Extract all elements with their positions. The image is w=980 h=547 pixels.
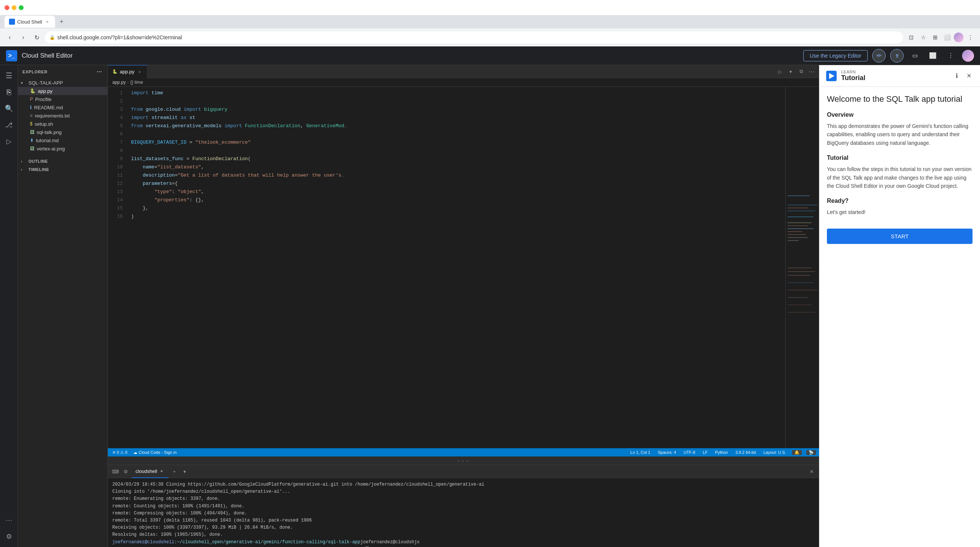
- sidebar-file-tutorial-md[interactable]: ⬇ tutorial.md: [18, 136, 107, 144]
- browser-tab[interactable]: Cloud Shell ×: [5, 16, 55, 28]
- preview-icon[interactable]: ▭: [908, 49, 922, 62]
- browser-titlebar: [0, 0, 980, 15]
- security-icon: 🔒: [49, 35, 55, 40]
- language-mode[interactable]: Python: [713, 450, 729, 455]
- reload-button[interactable]: ↻: [32, 32, 42, 43]
- code-line-7: BIGQUERY_DATASET_ID = "thelook_ecommerce…: [131, 138, 781, 147]
- sidebar-header-label: Explorer: [22, 70, 48, 74]
- activity-extensions-icon[interactable]: ⋯: [2, 512, 16, 528]
- cursor-position[interactable]: Ln 1, Col 1: [629, 450, 652, 455]
- tutorial-panel: LEARN Tutorial ℹ ✕ Welcome to the SQL Ta…: [819, 65, 980, 547]
- status-bar-left: ✕ 0 ⚠ 0 ☁ Cloud Code - Sign in: [111, 450, 178, 455]
- cloud-code-status[interactable]: ☁ Cloud Code - Sign in: [132, 450, 178, 455]
- code-line-16: ): [131, 212, 781, 221]
- python-version[interactable]: 3.9.2 64-bit: [734, 450, 757, 455]
- status-bar: ✕ 0 ⚠ 0 ☁ Cloud Code - Sign in Ln 1, Col…: [108, 448, 819, 457]
- menu-icon[interactable]: ⋮: [965, 32, 975, 43]
- terminal-tab-cloudshell[interactable]: cloudshell ×: [132, 465, 169, 478]
- more-icon[interactable]: ⋮: [944, 49, 958, 62]
- legacy-editor-button[interactable]: Use the Legacy Editor: [803, 50, 868, 61]
- terminal-tab-close[interactable]: ×: [159, 468, 165, 474]
- terminal-dropdown-button[interactable]: ▾: [180, 467, 189, 476]
- terminal-line-7: Receiving objects: 100% (3397/3397), 93.…: [112, 524, 815, 531]
- edit-icon[interactable]: ✏: [872, 49, 886, 62]
- terminal-line-4: remote: Counting objects: 100% (1491/149…: [112, 503, 815, 510]
- bookmark-icon[interactable]: ☆: [918, 32, 928, 43]
- svg-rect-13: [788, 271, 815, 272]
- indentation[interactable]: Spaces: 4: [656, 450, 678, 455]
- editor-tab-close-button[interactable]: ×: [137, 69, 143, 75]
- sidebar-outline-section[interactable]: › OUTLINE: [18, 157, 107, 165]
- error-count[interactable]: ✕ 0 ⚠ 0: [111, 450, 129, 455]
- tab-favicon: [9, 19, 15, 25]
- breadcrumb-file: app.py: [112, 80, 126, 85]
- sidebar-file-requirements[interactable]: ≡ requirements.txt: [18, 111, 107, 120]
- tab-close-button[interactable]: ×: [45, 19, 51, 25]
- activity-settings-icon[interactable]: ⚙: [2, 529, 16, 544]
- line-ending[interactable]: LF: [701, 450, 709, 455]
- run-dropdown-button[interactable]: ▾: [786, 67, 795, 76]
- browser-nav: ‹ › ↻ 🔒 shell.cloud.google.com/?pli=1&sh…: [0, 29, 980, 46]
- svg-rect-12: [788, 268, 811, 268]
- activity-search-icon[interactable]: 🔍: [2, 101, 16, 116]
- status-bar-right: Ln 1, Col 1 Spaces: 4 UTF-8 LF Python: [629, 450, 816, 455]
- new-terminal-button[interactable]: +: [170, 467, 179, 476]
- sidebar-file-app-py[interactable]: 🐍 app.py: [18, 87, 107, 95]
- cast-icon[interactable]: ⊡: [906, 32, 916, 43]
- terminal-settings-icon[interactable]: ⚙: [121, 467, 130, 476]
- svg-rect-18: [788, 304, 811, 305]
- activity-files-icon[interactable]: ⎘: [2, 84, 16, 100]
- forward-button[interactable]: ›: [18, 32, 29, 43]
- sidebar-timeline-section[interactable]: › TIMELINE: [18, 165, 107, 174]
- sidebar-more-icon[interactable]: ⋯: [95, 68, 103, 76]
- minimize-button[interactable]: [12, 5, 16, 10]
- activity-run-icon[interactable]: ▷: [2, 134, 16, 149]
- user-profile-avatar[interactable]: [962, 50, 974, 62]
- extension-icon[interactable]: ⊞: [930, 32, 940, 43]
- panel-resize-handle[interactable]: • • •: [108, 457, 819, 465]
- error-value: 0: [117, 450, 119, 455]
- sidebar-file-readme[interactable]: ℹ README.md: [18, 103, 107, 111]
- sidebar-tree: ▾ SQL-TALK-APP 🐍 app.py P Procfile ℹ REA…: [18, 79, 107, 547]
- terminal-content[interactable]: 2024/03/29 18:45:38 Cloning https://gith…: [108, 478, 819, 547]
- run-button[interactable]: ▷: [776, 67, 784, 76]
- address-bar[interactable]: 🔒 shell.cloud.google.com/?pli=1&show=ide…: [45, 32, 903, 43]
- broadcast-icon[interactable]: 📡: [806, 450, 816, 455]
- spaces-value: Spaces: 4: [658, 450, 676, 455]
- code-line-11: description="Get a list of datasets that…: [131, 171, 781, 179]
- terminal-close-button[interactable]: ✕: [807, 467, 816, 476]
- activity-menu-icon[interactable]: ☰: [2, 68, 16, 83]
- sidebar-file-sql-talk-png[interactable]: 🖼 sql-talk.png: [18, 128, 107, 136]
- user-avatar[interactable]: [954, 33, 964, 42]
- sidebar-folder-sql-talk-app[interactable]: ▾ SQL-TALK-APP: [18, 79, 107, 87]
- layout-icon[interactable]: ⬜: [926, 49, 940, 62]
- terminal-keyboard-icon[interactable]: ⌨: [111, 467, 120, 476]
- layout-setting[interactable]: Layout: U.S.: [762, 450, 788, 455]
- sidebar-file-vertex-ai-png[interactable]: 🖼 vertex-ai.png: [18, 144, 107, 153]
- tutorial-close-button[interactable]: ✕: [964, 71, 974, 81]
- sidebar-toggle-icon[interactable]: ⬜: [942, 32, 952, 43]
- activity-git-icon[interactable]: ⎇: [2, 117, 16, 132]
- split-editor-button[interactable]: ⧉: [797, 67, 805, 76]
- notifications-icon[interactable]: 🔔: [792, 450, 802, 455]
- file-name: tutorial.md: [36, 138, 59, 143]
- editor-more-button[interactable]: ⋯: [807, 67, 816, 76]
- sidebar-file-procfile[interactable]: P Procfile: [18, 95, 107, 103]
- tutorial-start-button[interactable]: START: [827, 228, 972, 244]
- maximize-button[interactable]: [19, 5, 24, 10]
- encoding-value: UTF-8: [684, 450, 695, 455]
- code-line-12: parameters={: [131, 179, 781, 188]
- terminal-icon[interactable]: ⌆: [890, 49, 904, 62]
- url-text: shell.cloud.google.com/?pli=1&show=ide%2…: [57, 35, 182, 40]
- encoding[interactable]: UTF-8: [682, 450, 697, 455]
- close-button[interactable]: [5, 5, 10, 10]
- tutorial-info-button[interactable]: ℹ: [951, 71, 962, 81]
- sidebar-file-setup-sh[interactable]: $ setup.sh: [18, 120, 107, 128]
- python-file-icon: 🐍: [30, 88, 35, 94]
- code-editor[interactable]: import time from google.cloud import big…: [127, 87, 785, 448]
- back-button[interactable]: ‹: [5, 32, 15, 43]
- svg-rect-17: [788, 297, 808, 298]
- editor-with-minimap: 123456 789101112 13141516 import time fr…: [108, 87, 819, 448]
- new-tab-button[interactable]: +: [57, 16, 67, 27]
- editor-tab-app-py[interactable]: 🐍 app.py ×: [108, 65, 148, 78]
